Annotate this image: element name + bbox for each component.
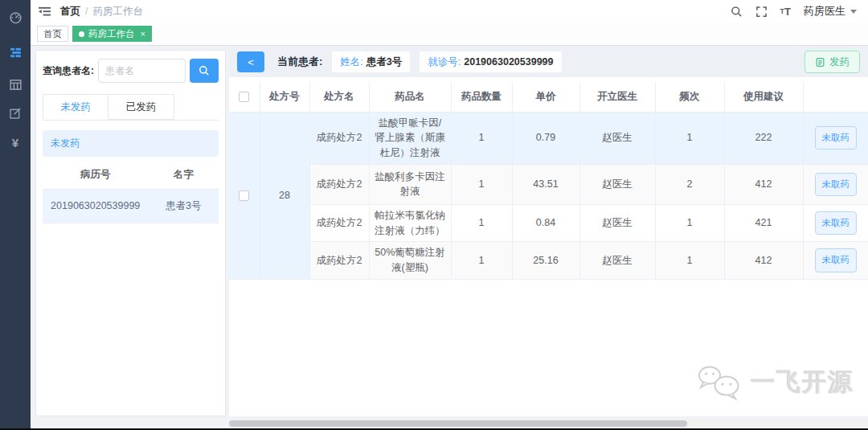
search-icon	[199, 65, 210, 76]
font-size-button[interactable]: TT	[780, 6, 791, 18]
patient-search-button[interactable]	[190, 59, 219, 83]
table-header-row: 处方号 处方名 药品名 药品数量 单价 开立医生 频次 使用建议	[229, 82, 868, 112]
prescription-table: 处方号 处方名 药品名 药品数量 单价 开立医生 频次 使用建议 28 成药处方…	[229, 82, 868, 280]
select-all-checkbox[interactable]	[239, 92, 249, 102]
doctor-cell: 赵医生	[579, 242, 655, 280]
row-checkbox[interactable]	[239, 190, 249, 201]
row-checkbox-cell	[229, 112, 260, 279]
unit-price-cell: 0.79	[512, 112, 579, 164]
patient-list-table: 病历号 名字 2019063020539999 患者3号	[43, 162, 219, 223]
currency-yuan-icon: ¥	[12, 136, 18, 149]
collapse-menu-button[interactable]	[39, 6, 51, 17]
drug-name-cell: 盐酸利多卡因注射液	[369, 164, 451, 204]
fullscreen-icon	[755, 6, 768, 18]
search-label: 查询患者名:	[43, 64, 94, 78]
fold-menu-icon	[39, 6, 51, 17]
unit-price-cell: 43.51	[512, 164, 579, 204]
chevron-left-icon: <	[248, 56, 254, 68]
menu-list-icon	[9, 46, 23, 59]
user-menu[interactable]: 药房医生	[804, 4, 857, 18]
dispense-button[interactable]: 发药	[805, 51, 860, 73]
dispense-status-tabs: 未发药 已发药	[43, 94, 219, 121]
usage-advice-cell: 412	[724, 242, 803, 280]
header-search-button[interactable]	[731, 6, 743, 18]
frequency-cell: 2	[655, 164, 724, 204]
doctor-cell: 赵医生	[579, 112, 655, 164]
caret-down-icon	[850, 10, 857, 14]
scrollbar-thumb[interactable]	[229, 420, 687, 427]
sidebar-item-fees[interactable]: ¥	[0, 129, 31, 156]
watermark-text: 一飞开源	[751, 366, 854, 399]
breadcrumb: 首页 / 药房工作台	[60, 5, 143, 18]
quantity-cell: 1	[451, 112, 512, 164]
unit-price-cell: 25.16	[512, 242, 579, 280]
prescription-no-cell: 28	[260, 112, 309, 279]
col-patient-name: 名字	[148, 162, 219, 189]
sidebar-item-edit[interactable]	[0, 100, 31, 127]
active-dot-icon	[79, 31, 84, 37]
action-cell: 未取药	[803, 112, 868, 164]
frequency-cell: 1	[655, 112, 724, 164]
unit-price-cell: 0.84	[512, 204, 579, 242]
doctor-cell: 赵医生	[579, 164, 655, 204]
visit-number-box: 就诊号: 2019063020539999	[420, 51, 561, 72]
prescription-name-cell: 成药处方2	[309, 112, 369, 164]
not-taken-button[interactable]: 未取药	[815, 211, 858, 235]
tab-pharmacy-workbench[interactable]: 药房工作台 ×	[72, 26, 152, 42]
table-row: 成药处方2 50%葡萄糖注射液(塑瓶) 1 25.16 赵医生 1 412 未取…	[229, 242, 868, 280]
name-value: 患者3号	[366, 55, 402, 69]
patient-row[interactable]: 2019063020539999 患者3号	[43, 189, 219, 223]
quantity-cell: 1	[451, 204, 512, 242]
tab-close-icon[interactable]: ×	[141, 29, 145, 39]
patient-record-no[interactable]: 2019063020539999	[43, 189, 148, 223]
patient-name[interactable]: 患者3号	[148, 189, 219, 223]
sidebar-item-workbench[interactable]	[0, 39, 31, 66]
prescription-name-cell: 成药处方2	[309, 204, 369, 242]
dashboard-icon	[9, 10, 23, 24]
name-label: 姓名:	[340, 55, 362, 69]
visit-value: 2019063020539999	[464, 56, 553, 68]
usage-advice-cell: 421	[724, 204, 803, 242]
patient-toolbar: < 当前患者: 姓名: 患者3号 就诊号: 2019063020539999 发…	[229, 47, 868, 77]
top-header: 首页 / 药房工作台 TT 药房医生	[31, 0, 868, 23]
wechat-bubbles-icon	[696, 363, 743, 400]
col-prescription-no: 处方号	[260, 82, 309, 112]
watermark: 一飞开源	[696, 363, 854, 400]
not-taken-button[interactable]: 未取药	[815, 248, 858, 272]
search-icon	[731, 6, 743, 18]
grid-table-icon	[9, 78, 23, 92]
patient-name-input[interactable]	[98, 59, 186, 83]
current-patient-label: 当前患者:	[277, 55, 322, 69]
not-taken-button[interactable]: 未取药	[815, 126, 858, 149]
tab-dispensed[interactable]: 已发药	[108, 94, 174, 120]
visit-label: 就诊号:	[428, 55, 461, 69]
sidebar-item-dashboard[interactable]	[0, 3, 31, 31]
col-usage-advice: 使用建议	[724, 82, 803, 112]
patient-search-row: 查询患者名:	[43, 59, 219, 83]
user-name: 药房医生	[804, 4, 845, 18]
tab-not-dispensed[interactable]: 未发药	[43, 94, 108, 120]
col-prescription-name: 处方名	[309, 82, 369, 112]
col-drug-name: 药品名	[369, 82, 451, 112]
action-cell: 未取药	[803, 164, 868, 204]
not-taken-button[interactable]: 未取药	[815, 173, 858, 196]
sidebar-item-tables[interactable]	[0, 71, 31, 98]
tab-label: 药房工作台	[88, 28, 135, 40]
tab-home[interactable]: 首页	[37, 26, 68, 42]
col-record-no: 病历号	[43, 162, 148, 189]
drug-name-cell: 50%葡萄糖注射液(塑瓶)	[369, 242, 451, 280]
dispense-label: 发药	[829, 55, 850, 69]
patient-panel: 查询患者名: 未发药 已发药 未发药 病历号 名字 20190630205399…	[35, 50, 226, 416]
back-button[interactable]: <	[237, 51, 264, 72]
prescription-panel: < 当前患者: 姓名: 患者3号 就诊号: 2019063020539999 发…	[229, 47, 868, 416]
table-row: 28 成药处方2 盐酸甲哌卡因/肾上腺素（斯康杜尼）注射液 1 0.79 赵医生…	[229, 112, 868, 164]
dispense-doc-icon	[815, 57, 825, 68]
drug-name-cell: 帕拉米韦氯化钠注射液（力纬）	[369, 204, 451, 242]
fullscreen-button[interactable]	[755, 6, 768, 18]
horizontal-scrollbar[interactable]	[229, 420, 868, 428]
drug-name-cell: 盐酸甲哌卡因/肾上腺素（斯康杜尼）注射液	[369, 112, 451, 164]
usage-advice-cell: 222	[724, 112, 803, 164]
col-actions	[803, 82, 868, 112]
breadcrumb-home[interactable]: 首页	[60, 5, 80, 18]
doctor-cell: 赵医生	[579, 204, 655, 242]
